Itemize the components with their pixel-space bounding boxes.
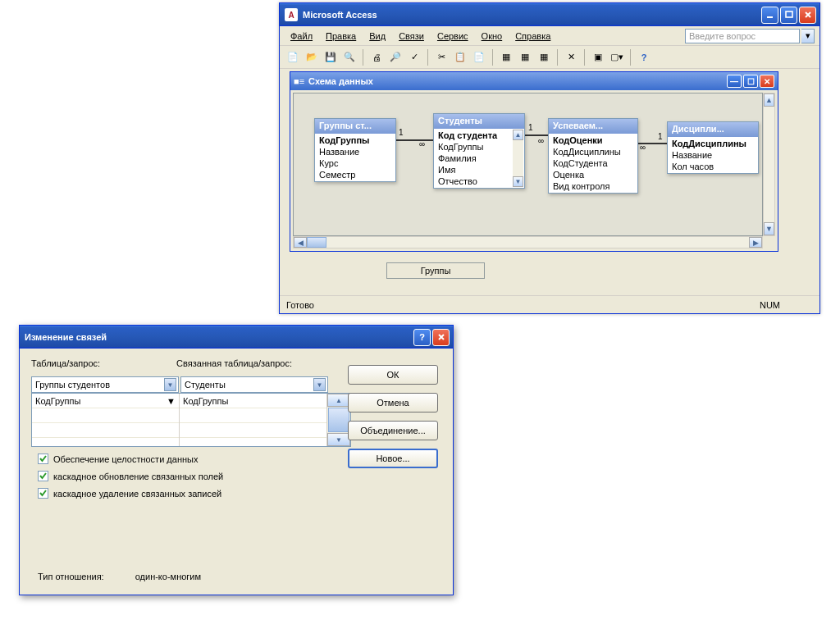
table-field[interactable]: КодГруппы [434,141,513,153]
cancel-button[interactable]: Отмена [348,393,438,412]
relationships-titlebar[interactable]: ■≡ Схема данных — ☐ ✕ [290,72,778,90]
paste-icon[interactable]: 📄 [471,49,487,66]
table-box[interactable]: Успеваем...КодОценкиКодДисциплиныКодСтуд… [548,118,638,194]
relationships-window: ■≡ Схема данных — ☐ ✕ 1 ∞ 1 ∞ ∞ 1 Группы… [290,71,778,252]
new-object-icon[interactable]: ▢▾ [609,49,625,66]
table-field[interactable]: КодОценки [549,134,637,146]
scroll-down-icon[interactable]: ▼ [327,433,350,446]
main-close-button[interactable] [799,7,816,24]
table-scrollbar[interactable]: ▲▼ [513,130,523,187]
main-titlebar[interactable]: A Microsoft Access [280,3,819,26]
table-field[interactable]: Название [315,146,395,157]
print-icon[interactable]: 🖨 [368,49,385,66]
enforce-integrity-checkbox[interactable] [38,454,48,464]
scroll-up-icon[interactable]: ▲ [513,130,523,140]
main-minimize-button[interactable] [761,7,778,24]
search-icon[interactable]: 🔍 [341,49,358,66]
table-field[interactable]: КодДисциплины [668,138,758,149]
chevron-down-icon[interactable]: ▼ [313,378,326,391]
menu-help[interactable]: Справка [509,29,556,43]
table-box-title[interactable]: Группы ст... [315,119,395,134]
scroll-up-icon[interactable]: ▲ [764,93,774,107]
dialog-close-button[interactable] [432,329,450,346]
field-cell-empty[interactable] [180,408,326,423]
join-button[interactable]: Объединение... [348,421,438,440]
table-field[interactable]: Курс [315,157,395,169]
table-field[interactable]: Отчество [434,175,513,187]
vertical-scrollbar[interactable]: ▲ ▼ [763,93,775,236]
relation-layout-icon[interactable]: ▦ [536,49,552,66]
table-field[interactable]: КодГруппы [315,134,395,146]
menu-service[interactable]: Сервис [431,29,474,43]
relation-line[interactable] [525,134,548,136]
save-icon[interactable]: 💾 [322,49,339,66]
copy-icon[interactable]: 📋 [452,49,468,66]
table-field[interactable]: КодДисциплины [549,146,637,157]
menu-relations[interactable]: Связи [393,29,430,43]
table-field[interactable]: Вид контроля [549,180,637,192]
chevron-down-icon[interactable]: ▼ [167,396,176,406]
scroll-thumb[interactable] [328,408,349,432]
relationships-canvas[interactable]: 1 ∞ 1 ∞ ∞ 1 Группы ст...КодГруппыНазвани… [293,93,763,236]
right-field-cell[interactable]: КодГруппы [180,394,326,408]
ok-button[interactable]: ОК [348,365,438,385]
cut-icon[interactable]: ✂ [433,49,450,66]
rel-minimize-button[interactable]: — [727,75,742,88]
dialog-help-button[interactable]: ? [413,329,431,346]
new-button[interactable]: Новое... [348,449,438,468]
scroll-down-icon[interactable]: ▼ [513,176,523,187]
scroll-right-icon[interactable]: ▶ [749,237,762,248]
help-search-dropdown[interactable]: ▾ [801,29,815,43]
preview-icon[interactable]: 🔎 [387,49,404,66]
menu-file[interactable]: Файл [285,29,318,43]
table-box[interactable]: Группы ст...КодГруппыНазваниеКурсСеместр [314,118,396,182]
db-window-icon[interactable]: ▣ [590,49,606,66]
spellcheck-icon[interactable]: ✓ [406,49,422,66]
table-box-title[interactable]: Дисципли... [668,122,758,137]
table-box-title[interactable]: Студенты [434,114,524,129]
field-cell-empty[interactable] [32,408,179,423]
field-cell-empty[interactable] [180,423,326,438]
rel-close-button[interactable]: ✕ [760,75,774,88]
help-search-input[interactable]: Введите вопрос [685,29,800,43]
table-field[interactable]: Семестр [315,169,395,180]
delete-icon[interactable]: ✕ [563,49,579,66]
help-icon[interactable]: ? [636,49,652,66]
table-field[interactable]: Имя [434,164,513,175]
table-field[interactable]: Кол часов [668,161,758,172]
relation-show-all-icon[interactable]: ▦ [517,49,533,66]
menu-view[interactable]: Вид [363,29,391,43]
table-field[interactable]: Фамилия [434,153,513,164]
open-icon[interactable]: 📂 [304,49,320,66]
field-cell-empty[interactable] [32,423,179,438]
table-field[interactable]: Оценка [549,169,637,180]
cascade-delete-checkbox[interactable] [38,488,48,499]
grid-scrollbar[interactable]: ▲ ▼ [327,394,350,446]
main-maximize-button[interactable] [780,7,797,24]
table-field[interactable]: Код студента [434,130,513,141]
table-field[interactable]: Название [668,149,758,161]
horizontal-scrollbar[interactable]: ◀ ▶ [293,236,763,248]
menu-window[interactable]: Окно [476,29,509,43]
table-box[interactable]: СтудентыКод студентаКодГруппыФамилияИмяО… [433,113,525,189]
menu-edit[interactable]: Правка [320,29,362,43]
dialog-titlebar[interactable]: Изменение связей ? [20,326,453,349]
right-table-combo[interactable]: Студенты ▼ [180,376,328,393]
scroll-down-icon[interactable]: ▼ [764,222,774,235]
divider [584,49,585,66]
relation-add-table-icon[interactable]: ▦ [498,49,514,66]
scroll-up-icon[interactable]: ▲ [327,394,350,407]
new-icon[interactable]: 📄 [285,49,301,66]
table-field[interactable]: КодСтудента [549,157,637,169]
scroll-thumb[interactable] [307,237,326,248]
rel-maximize-button[interactable]: ☐ [743,75,758,88]
table-box-title[interactable]: Успеваем... [549,119,637,134]
table-box[interactable]: Дисципли...КодДисциплиныНазваниеКол часо… [667,121,759,174]
tab-strip[interactable]: Группы [386,262,485,279]
relation-line[interactable] [395,139,434,141]
chevron-down-icon[interactable]: ▼ [164,378,176,391]
scroll-left-icon[interactable]: ◀ [294,237,307,248]
left-table-combo[interactable]: Группы студентов ▼ [31,376,179,393]
cascade-update-checkbox[interactable] [38,471,48,481]
left-field-cell[interactable]: КодГруппы ▼ [32,394,179,408]
